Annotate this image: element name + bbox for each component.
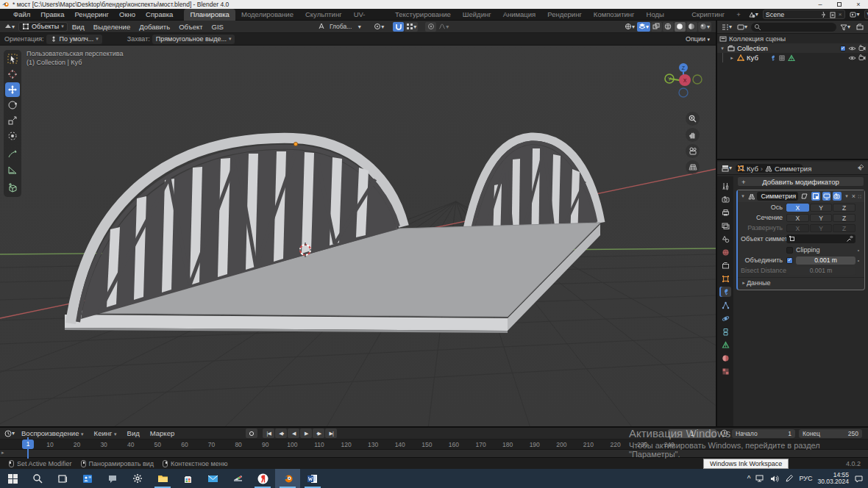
proportional-edit-icon[interactable] xyxy=(425,22,436,32)
prev-keyframe-button[interactable]: ◀• xyxy=(275,428,287,438)
tab-modeling[interactable]: Моделирование xyxy=(235,9,299,21)
menu-render[interactable]: Рендеринг xyxy=(69,9,114,21)
scanner-app-button[interactable] xyxy=(225,469,250,488)
bisect-x-button[interactable]: X xyxy=(786,214,809,222)
orientation-dropdown[interactable]: Глоба... xyxy=(328,22,353,32)
bisect-distance-field[interactable]: 0.001 m xyxy=(786,267,855,275)
merge-threshold-field[interactable]: 0.001 m xyxy=(796,256,855,265)
tab-output[interactable] xyxy=(719,207,731,218)
feedback-hub-button[interactable] xyxy=(100,469,125,488)
yandex-browser-button[interactable] xyxy=(250,469,275,488)
transform-tool[interactable] xyxy=(5,129,20,143)
tab-material[interactable] xyxy=(719,353,731,363)
add-workspace-button[interactable]: + xyxy=(730,9,747,21)
outliner-search-input[interactable] xyxy=(751,23,836,32)
keying-menu[interactable]: Кеинг ▾ xyxy=(89,429,122,437)
tab-constraints[interactable] xyxy=(719,326,731,337)
editor-type-dropdown[interactable]: ▾ xyxy=(3,22,16,32)
options-dropdown[interactable]: Опции ▾ xyxy=(686,35,710,43)
tab-modifiers[interactable] xyxy=(719,287,731,297)
data-subpanel-header[interactable]: ▸ Данные xyxy=(738,277,864,287)
edit-mode-display-icon[interactable] xyxy=(800,192,809,201)
tab-collection[interactable] xyxy=(719,260,731,270)
word-app-button[interactable] xyxy=(300,469,325,488)
tab-animation[interactable]: Анимация xyxy=(497,9,542,21)
eyedropper-icon[interactable] xyxy=(846,235,853,243)
outliner-type-dropdown[interactable]: ▾ xyxy=(720,22,733,32)
timeline-view-menu[interactable]: Вид xyxy=(122,429,145,437)
xray-toggle-icon[interactable] xyxy=(651,22,662,32)
close-button[interactable]: × xyxy=(849,0,868,9)
modifier-name-field[interactable]: Симметрия xyxy=(757,192,798,201)
orientation-chevron-icon[interactable]: ▾ xyxy=(354,22,365,32)
bisect-z-button[interactable]: Z xyxy=(833,214,855,222)
gizmo-y-neg-axis[interactable] xyxy=(693,75,702,84)
tab-scripting[interactable]: Скриптинг xyxy=(686,9,730,21)
add-menu[interactable]: Добавить xyxy=(135,23,174,31)
snap-value-dropdown[interactable]: Прямоугольное выде... ▾ xyxy=(152,35,235,44)
notification-center-icon[interactable] xyxy=(854,475,864,483)
menu-help[interactable]: Справка xyxy=(140,9,178,21)
view-menu[interactable]: Вид xyxy=(68,23,89,31)
tab-world[interactable] xyxy=(719,247,731,257)
timeline-type-dropdown[interactable]: ▾ xyxy=(3,428,16,438)
viewlayer-selector[interactable]: ViewLayer × xyxy=(864,10,868,19)
pin-icon[interactable] xyxy=(819,11,827,18)
viewport-3d[interactable]: Пользовательская перспектива (1) Collect… xyxy=(0,46,716,426)
gis-menu[interactable]: GIS xyxy=(207,23,228,31)
tab-scene[interactable] xyxy=(719,234,731,244)
jump-to-start-button[interactable]: |◀ xyxy=(263,428,274,438)
bisect-y-button[interactable]: Y xyxy=(810,214,833,222)
unlink-scene-icon[interactable]: × xyxy=(839,11,842,18)
tab-uv-editing[interactable]: UV-редактор xyxy=(348,9,389,21)
flip-y-button[interactable]: Y xyxy=(810,224,833,232)
frame-end-field[interactable]: Конец250 xyxy=(799,429,862,438)
tab-view-layer[interactable] xyxy=(719,220,731,231)
properties-type-dropdown[interactable]: ▾ xyxy=(720,163,733,173)
taskbar-clock[interactable]: 14:55 30.03.2024 xyxy=(817,472,849,486)
ortho-toggle-button[interactable] xyxy=(686,160,700,174)
tab-texture-paint[interactable]: Текстурирование xyxy=(389,9,457,21)
falloff-curve-icon[interactable]: ▾ xyxy=(437,22,450,32)
modifier-close-icon[interactable]: × xyxy=(852,193,855,200)
collection-expand-icon[interactable]: ▾ xyxy=(719,46,725,51)
mirror-object-field[interactable] xyxy=(786,234,855,243)
jump-to-end-button[interactable]: ▶| xyxy=(325,428,337,438)
tab-layout[interactable]: Планировка xyxy=(184,9,235,21)
tray-expand-icon[interactable]: ^ xyxy=(747,475,751,483)
timeline-track[interactable]: ▸ xyxy=(0,450,868,457)
zoom-button[interactable] xyxy=(686,112,700,126)
measure-tool[interactable] xyxy=(5,162,20,177)
camera-view-button[interactable] xyxy=(686,144,700,158)
tab-tool[interactable] xyxy=(719,181,731,191)
timeline-ruler[interactable]: 1 10203040506070809010011012013014015016… xyxy=(0,439,868,450)
file-explorer-button[interactable] xyxy=(150,469,175,488)
modifier-extras-icon[interactable]: ▾ xyxy=(844,193,850,199)
viewport-display-icon[interactable] xyxy=(822,192,831,201)
cube-object-row[interactable]: ▸ Куб xyxy=(717,53,868,62)
show-gizmo-icon[interactable]: ▾ xyxy=(623,22,636,32)
tab-object-data[interactable] xyxy=(719,340,731,350)
collection-render-camera-icon[interactable] xyxy=(858,45,866,51)
shading-solid-icon[interactable] xyxy=(675,22,686,32)
tab-sculpting[interactable]: Скульптинг xyxy=(299,9,348,21)
show-overlays-icon[interactable]: ▾ xyxy=(637,22,650,32)
menu-file[interactable]: Файл xyxy=(8,9,35,21)
add-modifier-button[interactable]: + Добавить модификатор xyxy=(737,176,864,187)
gizmo-z-neg-axis[interactable] xyxy=(679,88,688,97)
object-menu[interactable]: Объект xyxy=(174,23,207,31)
menu-window[interactable]: Окно xyxy=(114,9,140,21)
tab-render[interactable] xyxy=(719,194,731,204)
minimize-button[interactable]: – xyxy=(811,0,830,9)
realtime-display-icon[interactable] xyxy=(811,192,820,201)
add-cube-tool[interactable] xyxy=(5,181,20,195)
rotate-tool[interactable] xyxy=(5,98,20,112)
shading-material-icon[interactable] xyxy=(686,22,697,32)
collection-row[interactable]: ▾ Collection ✓ xyxy=(717,43,868,53)
play-button[interactable]: ▶ xyxy=(300,428,312,438)
restore-button[interactable] xyxy=(830,0,849,9)
microsoft-store-button[interactable] xyxy=(175,469,200,488)
axis-z-button[interactable]: Z xyxy=(833,204,855,212)
flip-x-button[interactable]: X xyxy=(786,224,809,232)
axis-y-button[interactable]: Y xyxy=(810,204,833,212)
